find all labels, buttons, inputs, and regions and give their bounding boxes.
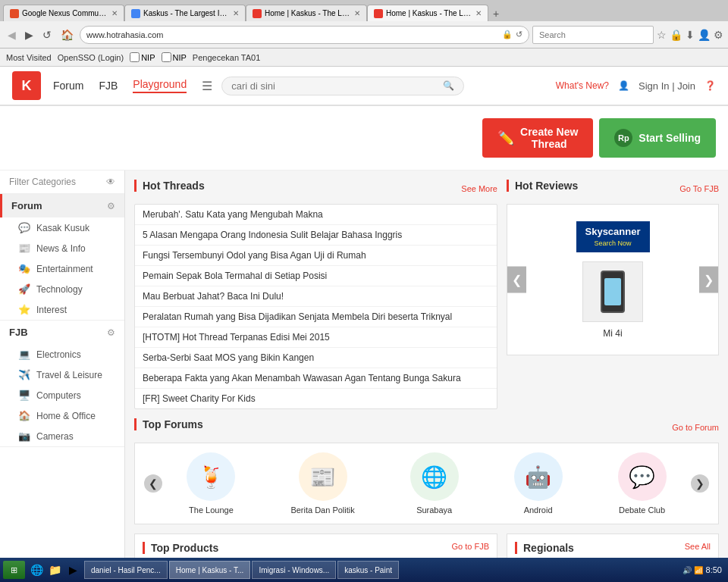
thread-item-4[interactable]: Mau Berbuat Jahat? Baca Ini Dulu! [135, 286, 497, 307]
forum-item-debate[interactable]: 💬 Debate Club [618, 452, 667, 515]
bookmark-most-visited[interactable]: Most Visited [6, 53, 52, 62]
ie-icon[interactable]: 🌐 [28, 562, 45, 578]
thread-item-9[interactable]: [FR] Sweet Charity For Kids [135, 389, 497, 408]
taskbar-item-0[interactable]: daniel - Hasil Penc... [84, 561, 168, 579]
tab-3[interactable]: Home | Kaskus - The Lar... ✕ [246, 5, 367, 21]
start-selling-button[interactable]: Rp Start Selling [599, 118, 716, 158]
nav-forum[interactable]: Forum [53, 80, 83, 92]
sign-in-join[interactable]: Sign In | Join [639, 80, 695, 92]
sidebar-item-travel[interactable]: ✈️ Travel & Leisure [0, 365, 124, 385]
explorer-icon[interactable]: 📁 [46, 562, 63, 578]
sidebar-item-electronics[interactable]: 💻 Electronics [0, 344, 124, 365]
thread-item-5[interactable]: Peralatan Rumah yang Bisa Dijadikan Senj… [135, 307, 497, 327]
whats-new-link[interactable]: What's New? [556, 80, 609, 91]
carousel-next-button[interactable]: ❯ [699, 267, 718, 293]
checkbox-nip-1: NIP [130, 52, 155, 62]
start-button[interactable]: ⊞ [3, 561, 25, 579]
settings-icon[interactable]: ⚙ [714, 29, 723, 41]
sidebar-item-news-info[interactable]: 📰 News & Info [0, 238, 124, 258]
review-product-name[interactable]: Mi 4i [576, 328, 650, 339]
url-box[interactable]: www.hotrahasia.com 🔒 ↺ [80, 26, 529, 44]
thread-item-3[interactable]: Pemain Sepak Bola Termahal di Setiap Pos… [135, 266, 497, 286]
join-text[interactable]: Join [677, 80, 695, 92]
tab-favicon-4 [374, 9, 383, 18]
tab-title-4: Home | Kaskus - The Lar... [386, 9, 472, 17]
hot-threads-see-more[interactable]: See More [461, 184, 497, 193]
forum-item-surabaya[interactable]: 🌐 Surabaya [410, 452, 459, 515]
thread-item-7[interactable]: Serba-Serbi Saat MOS yang Bikin Kangen [135, 348, 497, 368]
interest-icon: ⭐ [18, 304, 30, 315]
checkbox-nip-2-input[interactable] [162, 52, 171, 62]
search-box[interactable] [532, 26, 654, 44]
sidebar-item-cameras[interactable]: 📷 Cameras [0, 426, 124, 446]
help-icon[interactable]: ❓ [704, 80, 716, 91]
forums-scroll-left-button[interactable]: ❮ [144, 474, 162, 493]
header-search-icon[interactable]: 🔍 [443, 80, 454, 91]
thread-item-8[interactable]: Beberapa Fakta yang Akan Menambah Wawasa… [135, 368, 497, 389]
profile-icon[interactable]: 👤 [698, 29, 711, 41]
sidebar-item-entertainment[interactable]: 🎭 Entertainment [0, 258, 124, 279]
taskbar-item-3[interactable]: kaskus - Paint [337, 561, 399, 579]
skyscanner-logo-text: Skyscanner [585, 226, 641, 237]
sign-in-text[interactable]: Sign In [639, 80, 669, 92]
bookmark-pengecekan[interactable]: Pengecekan TA01 [193, 53, 261, 62]
forum-android-icon: 🤖 [514, 452, 563, 501]
new-tab-button[interactable]: + [488, 6, 504, 21]
tab-bar: Google Nexus Communit... ✕ Kaskus - The … [0, 0, 728, 21]
sidebar-forum-header[interactable]: Forum ⚙ [0, 194, 124, 217]
taskbar: ⊞ 🌐 📁 ▶ daniel - Hasil Penc... Home | Ka… [0, 558, 728, 582]
home-button[interactable]: 🏠 [58, 27, 77, 42]
reload-button[interactable]: ↺ [39, 27, 55, 42]
bookmark-icon[interactable]: ☆ [657, 29, 667, 41]
taskbar-items: daniel - Hasil Penc... Home | Kaskus - T… [84, 561, 679, 579]
create-thread-button[interactable]: ✏️ Create NewThread [482, 118, 593, 158]
nav-fjb[interactable]: FJB [99, 80, 118, 92]
tab-close-2[interactable]: ✕ [233, 9, 239, 17]
cameras-icon: 📷 [18, 430, 30, 442]
top-forums-go-to[interactable]: Go to Forum [672, 423, 719, 432]
sidebar-forum-gear-icon[interactable]: ⚙ [107, 201, 115, 211]
download-icon[interactable]: ⬇ [686, 29, 695, 41]
forward-button[interactable]: ▶ [22, 27, 36, 42]
taskbar-clock: 8:50 [706, 565, 722, 574]
taskbar-item-2[interactable]: Imigrasi - Windows... [252, 561, 336, 579]
forum-item-berita[interactable]: 📰 Berita Dan Politik [290, 452, 354, 515]
sidebar-item-computers[interactable]: 🖥️ Computers [0, 385, 124, 405]
header-search-input[interactable] [231, 80, 443, 92]
nav-playground[interactable]: Playground [133, 78, 187, 93]
sidebar-fjb-header[interactable]: FJB ⚙ [0, 321, 124, 344]
kaskus-logo[interactable]: K [12, 71, 41, 100]
tab-close-4[interactable]: ✕ [475, 9, 482, 17]
tab-close-3[interactable]: ✕ [354, 9, 360, 17]
sidebar-item-interest[interactable]: ⭐ Interest [0, 299, 124, 320]
taskbar-item-1[interactable]: Home | Kaskus - T... [169, 561, 251, 579]
tab-2[interactable]: Kaskus - The Largest Ind... ✕ [124, 5, 246, 21]
forum-item-android[interactable]: 🤖 Android [514, 452, 563, 515]
sidebar-item-technology[interactable]: 🚀 Technology [0, 279, 124, 299]
lock-icon[interactable]: 🔒 [670, 29, 682, 41]
carousel-prev-button[interactable]: ❮ [507, 267, 526, 293]
bookmark-opensso[interactable]: OpenSSO (Login) [58, 53, 124, 62]
forum-item-lounge[interactable]: 🍹 The Lounge [187, 452, 235, 515]
regionals-title: Regionals [515, 542, 574, 554]
wmp-icon[interactable]: ▶ [64, 562, 81, 578]
tab-close-1[interactable]: ✕ [111, 9, 118, 17]
header-search-box[interactable]: 🔍 [221, 77, 464, 95]
sidebar-fjb-gear-icon[interactable]: ⚙ [107, 327, 115, 338]
browser-search-input[interactable] [539, 30, 647, 39]
sidebar-item-kasak-kusuk[interactable]: 💬 Kasak Kusuk [0, 217, 124, 238]
tab-1[interactable]: Google Nexus Communit... ✕ [3, 5, 124, 21]
sidebar-item-home-office[interactable]: 🏠 Home & Office [0, 405, 124, 426]
thread-item-1[interactable]: 5 Alasan Mengapa Orang Indonesia Sulit B… [135, 225, 497, 246]
ssl-icon: 🔒 [502, 30, 513, 39]
tab-4[interactable]: Home | Kaskus - The Lar... ✕ [367, 5, 488, 21]
toolbar-icons: ☆ 🔒 ⬇ 👤 ⚙ [657, 29, 723, 41]
hamburger-icon[interactable]: ☰ [202, 79, 212, 93]
checkbox-nip-1-input[interactable] [130, 52, 140, 62]
back-button[interactable]: ◀ [5, 27, 19, 42]
thread-item-0[interactable]: Merubah'. Satu Kata yang Mengubah Makna [135, 205, 497, 225]
hot-reviews-go-to[interactable]: Go To FJB [679, 184, 719, 193]
thread-item-2[interactable]: Fungsi Tersembunyi Odol yang Bisa Agan U… [135, 246, 497, 266]
thread-item-6[interactable]: [HTOTM] Hot Thread Terpanas Edisi Mei 20… [135, 327, 497, 348]
forums-scroll-right-button[interactable]: ❯ [691, 474, 709, 493]
